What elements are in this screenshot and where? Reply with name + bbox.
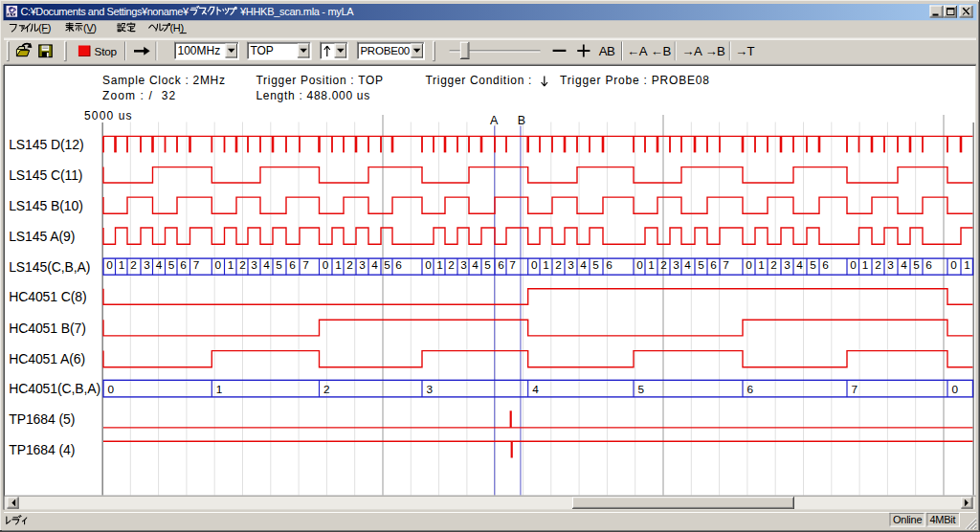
svg-text:AB: AB: [599, 44, 615, 58]
svg-text:(V): (V): [83, 22, 97, 33]
svg-text:2: 2: [555, 258, 562, 272]
svg-text:7: 7: [723, 258, 729, 272]
svg-text:5: 5: [638, 383, 645, 396]
svg-text:7: 7: [302, 258, 309, 272]
svg-text:0: 0: [531, 258, 538, 272]
svg-text:2: 2: [239, 258, 246, 272]
svg-text:1: 1: [119, 258, 125, 272]
svg-text:3: 3: [427, 383, 434, 396]
svg-text:5: 5: [276, 258, 282, 272]
svg-text:LS145 B(10): LS145 B(10): [9, 198, 83, 213]
svg-text:HC4051 A(6): HC4051 A(6): [9, 351, 85, 366]
svg-text:6: 6: [710, 258, 717, 272]
svg-text:4: 4: [371, 258, 378, 272]
svg-text:5: 5: [484, 258, 491, 272]
svg-text:LS145(C,B,A): LS145(C,B,A): [9, 259, 90, 275]
svg-text:4: 4: [472, 258, 479, 272]
svg-text:(H): (H): [170, 22, 184, 33]
svg-text:3: 3: [673, 258, 679, 272]
svg-text:Zoom : / 32: Zoom : / 32: [102, 89, 176, 102]
svg-text:1: 1: [648, 258, 655, 272]
svg-text:2: 2: [448, 258, 455, 272]
svg-text:Online: Online: [893, 514, 922, 525]
svg-text:0: 0: [106, 258, 113, 272]
svg-text:Length : 488.000 us: Length : 488.000 us: [256, 89, 370, 102]
svg-text:0: 0: [323, 258, 329, 272]
svg-text:1: 1: [964, 258, 970, 272]
svg-text:C:¥Documents and Settings¥nona: C:¥Documents and Settings¥noname¥: [21, 6, 189, 17]
svg-text:2: 2: [323, 383, 330, 396]
svg-text:(F): (F): [38, 22, 51, 33]
svg-text:LS145 A(9): LS145 A(9): [9, 229, 75, 244]
svg-text:4: 4: [263, 258, 270, 272]
svg-text:2: 2: [770, 258, 777, 272]
svg-text:Trigger Position : TOP: Trigger Position : TOP: [256, 74, 384, 87]
svg-text:TP1684 (4): TP1684 (4): [9, 442, 75, 457]
svg-text:4MBit: 4MBit: [929, 514, 955, 525]
svg-text:Trigger Condition :: Trigger Condition :: [426, 74, 533, 87]
svg-text:HC4051 C(8): HC4051 C(8): [9, 289, 86, 304]
svg-text:0: 0: [952, 383, 959, 396]
svg-text:3: 3: [251, 258, 257, 272]
svg-text:5000 us: 5000 us: [84, 109, 133, 122]
svg-text:B: B: [518, 114, 525, 127]
svg-text:1: 1: [228, 258, 234, 272]
svg-text:3: 3: [568, 258, 574, 272]
svg-text:Sample Clock : 2MHz: Sample Clock : 2MHz: [102, 74, 226, 87]
svg-text:2: 2: [875, 258, 881, 272]
svg-text:→B: →B: [704, 44, 725, 58]
svg-text:4: 4: [532, 383, 539, 396]
svg-text:5: 5: [698, 258, 704, 272]
svg-text:HC4051(C,B,A): HC4051(C,B,A): [9, 381, 100, 396]
svg-text:6: 6: [180, 258, 187, 272]
svg-text:6: 6: [747, 383, 754, 396]
svg-text:5: 5: [384, 258, 390, 272]
svg-text:→A: →A: [681, 44, 702, 58]
svg-text:7: 7: [509, 258, 516, 272]
svg-text:6: 6: [498, 258, 504, 272]
svg-text:5: 5: [810, 258, 816, 272]
svg-text:3: 3: [460, 258, 467, 272]
svg-text:0: 0: [950, 258, 957, 272]
svg-text:1: 1: [335, 258, 342, 272]
svg-text:0: 0: [215, 258, 222, 272]
svg-text:4: 4: [156, 258, 163, 272]
svg-text:3: 3: [144, 258, 150, 272]
svg-text:TP1684 (5): TP1684 (5): [9, 411, 75, 427]
svg-text:LS145 D(12): LS145 D(12): [9, 137, 83, 152]
svg-text:→T: →T: [735, 44, 755, 58]
svg-text:5: 5: [168, 258, 175, 272]
svg-text:¥HHKB_scan.mla - myLA: ¥HHKB_scan.mla - myLA: [239, 6, 354, 17]
svg-text:6: 6: [822, 258, 829, 272]
svg-text:HC4051 B(7): HC4051 B(7): [9, 321, 86, 336]
svg-text:6: 6: [606, 258, 612, 272]
svg-text:0: 0: [746, 258, 752, 272]
svg-text:1: 1: [758, 258, 765, 272]
svg-text:4: 4: [796, 258, 803, 272]
svg-text:0: 0: [850, 258, 857, 272]
svg-text:3: 3: [887, 258, 894, 272]
svg-text:0: 0: [636, 258, 643, 272]
svg-text:1: 1: [862, 258, 869, 272]
svg-text:1: 1: [216, 383, 223, 396]
svg-text:6: 6: [289, 258, 296, 272]
svg-text:A: A: [490, 114, 499, 127]
svg-text:2: 2: [130, 258, 137, 272]
svg-text:7: 7: [852, 383, 858, 396]
svg-text:3: 3: [784, 258, 791, 272]
svg-text:2: 2: [660, 258, 667, 272]
svg-text:0: 0: [108, 383, 115, 396]
svg-text:4: 4: [580, 258, 587, 272]
svg-text:4: 4: [901, 258, 907, 272]
svg-text:3: 3: [359, 258, 366, 272]
svg-text:5: 5: [913, 258, 920, 272]
svg-text:2: 2: [346, 258, 353, 272]
svg-text:←B: ←B: [651, 44, 672, 58]
svg-text:Trigger Probe : PROBE08: Trigger Probe : PROBE08: [560, 74, 710, 87]
svg-text:PROBE00: PROBE00: [360, 45, 410, 56]
svg-text:1: 1: [436, 258, 443, 272]
svg-text:5: 5: [592, 258, 599, 272]
svg-text:0: 0: [425, 258, 432, 272]
svg-text:100MHz: 100MHz: [178, 44, 221, 57]
svg-text:Stop: Stop: [95, 45, 118, 58]
